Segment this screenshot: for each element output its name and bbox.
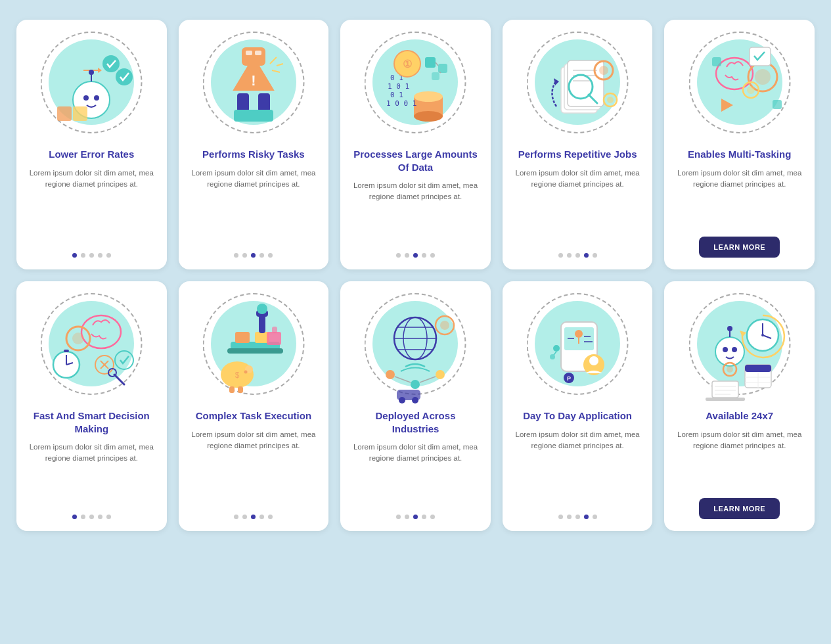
svg-point-52 <box>755 69 771 85</box>
svg-point-98 <box>440 321 449 330</box>
dot <box>584 515 589 519</box>
dot <box>81 515 85 519</box>
svg-rect-133 <box>712 381 738 398</box>
svg-line-95 <box>395 377 411 382</box>
card-9-title: Day To Day Application <box>523 409 632 423</box>
svg-text:0 1: 0 1 <box>390 91 403 99</box>
cards-row-2: Fast And Smart Decision Making Lorem ips… <box>16 281 815 531</box>
svg-text:!: ! <box>251 72 256 89</box>
decision-svg <box>39 289 144 404</box>
card-7-dots <box>234 509 273 519</box>
svg-rect-32 <box>425 57 436 68</box>
risky-tasks-svg: ! <box>201 28 306 143</box>
card-10-body: Available 24x7 Lorem ipsum dolor sit dim… <box>664 409 815 519</box>
card-1-body: Lower Error Rates Lorem ipsum dolor sit … <box>16 148 167 258</box>
card-fast-smart-decision: Fast And Smart Decision Making Lorem ips… <box>16 281 167 531</box>
card-2-illustration: ! <box>179 20 329 148</box>
svg-point-92 <box>386 370 395 379</box>
card-7-text: Lorem ipsum dolor sit dim amet, mea regi… <box>189 429 319 452</box>
svg-point-3 <box>102 55 120 72</box>
dot <box>575 253 580 258</box>
dot <box>584 253 589 258</box>
svg-rect-129 <box>745 365 771 372</box>
dot <box>430 253 435 258</box>
svg-rect-58 <box>773 100 782 109</box>
dot <box>259 253 264 258</box>
svg-rect-15 <box>234 110 273 122</box>
dot <box>259 515 264 519</box>
svg-rect-7 <box>57 106 72 121</box>
svg-point-93 <box>411 380 420 389</box>
card-performs-risky-tasks: ! Performs Risky Tasks Lorem ipsum dolor… <box>179 20 329 269</box>
card-8-title: Deployed Across Industries <box>351 409 480 435</box>
card-8-body: Deployed Across Industries Lorem ipsum d… <box>340 409 491 519</box>
svg-point-111 <box>553 345 560 352</box>
card-available-24x7: Available 24x7 Lorem ipsum dolor sit dim… <box>664 281 815 531</box>
svg-point-118 <box>732 347 737 352</box>
dot <box>593 253 597 258</box>
card-10-text: Lorem ipsum dolor sit dim amet, mea regi… <box>675 429 804 452</box>
learn-more-button-1[interactable]: LEARN MORE <box>699 237 780 258</box>
day-to-day-svg: P <box>525 289 630 404</box>
dot <box>242 253 247 258</box>
svg-point-101 <box>412 397 418 403</box>
card-5-illustration <box>664 20 815 148</box>
card-performs-repetitive-jobs: Performs Repetitive Jobs Lorem ipsum dol… <box>503 20 653 269</box>
card-2-dots <box>234 248 273 258</box>
card-1-text: Lorem ipsum dolor sit dim amet, mea regi… <box>27 168 156 191</box>
dot <box>268 253 273 258</box>
dot <box>396 253 401 258</box>
learn-more-button-2[interactable]: LEARN MORE <box>699 498 780 519</box>
card-5-text: Lorem ipsum dolor sit dim amet, mea regi… <box>675 168 804 191</box>
card-5-body: Enables Multi-Tasking Lorem ipsum dolor … <box>664 148 815 258</box>
dot <box>72 253 77 258</box>
card-6-title: Fast And Smart Decision Making <box>27 409 156 435</box>
svg-rect-80 <box>272 327 277 333</box>
svg-rect-74 <box>235 332 250 343</box>
svg-point-46 <box>599 66 608 75</box>
card-9-text: Lorem ipsum dolor sit dim amet, mea regi… <box>513 429 642 452</box>
svg-point-1 <box>83 95 89 101</box>
card-1-illustration <box>16 20 167 148</box>
card-1-dots <box>72 248 111 258</box>
dot <box>234 515 238 519</box>
card-3-dots <box>396 248 435 258</box>
card-enables-multitasking: Enables Multi-Tasking Lorem ipsum dolor … <box>664 20 815 269</box>
card-2-text: Lorem ipsum dolor sit dim amet, mea regi… <box>189 168 319 191</box>
svg-text:1 0 1: 1 0 1 <box>388 82 409 91</box>
large-data-svg: 0 1 1 0 1 0 1 1 0 0 1 ① <box>363 28 468 143</box>
svg-point-122 <box>727 366 733 373</box>
card-8-dots <box>396 509 435 519</box>
dot <box>98 515 102 519</box>
svg-rect-20 <box>246 51 252 55</box>
svg-point-116 <box>715 337 744 366</box>
svg-point-104 <box>575 330 583 338</box>
dot <box>405 253 409 258</box>
svg-rect-134 <box>706 398 745 401</box>
dot <box>251 253 256 258</box>
svg-point-94 <box>436 370 445 379</box>
svg-point-54 <box>747 86 755 94</box>
svg-point-69 <box>115 351 133 369</box>
svg-line-70 <box>114 375 124 384</box>
svg-rect-33 <box>438 64 447 73</box>
dot <box>413 515 418 519</box>
svg-line-16 <box>270 57 277 64</box>
card-day-to-day-application: P Day To Day Application Lorem ipsum dol… <box>503 281 653 531</box>
dot <box>268 515 273 519</box>
svg-line-35 <box>436 62 438 66</box>
svg-rect-57 <box>712 57 721 66</box>
svg-rect-79 <box>267 332 281 345</box>
svg-point-110 <box>589 356 598 365</box>
svg-rect-13 <box>237 93 249 112</box>
card-3-text: Lorem ipsum dolor sit dim amet, mea regi… <box>351 180 480 203</box>
dot <box>558 253 563 258</box>
svg-rect-84 <box>238 386 243 393</box>
card-6-illustration <box>16 281 167 409</box>
svg-text:$: $ <box>235 371 240 380</box>
industries-svg <box>363 289 468 404</box>
dot <box>405 515 409 519</box>
card-deployed-across-industries: Deployed Across Industries Lorem ipsum d… <box>340 281 491 531</box>
available-24x7-svg <box>687 289 792 404</box>
dot <box>106 253 111 258</box>
